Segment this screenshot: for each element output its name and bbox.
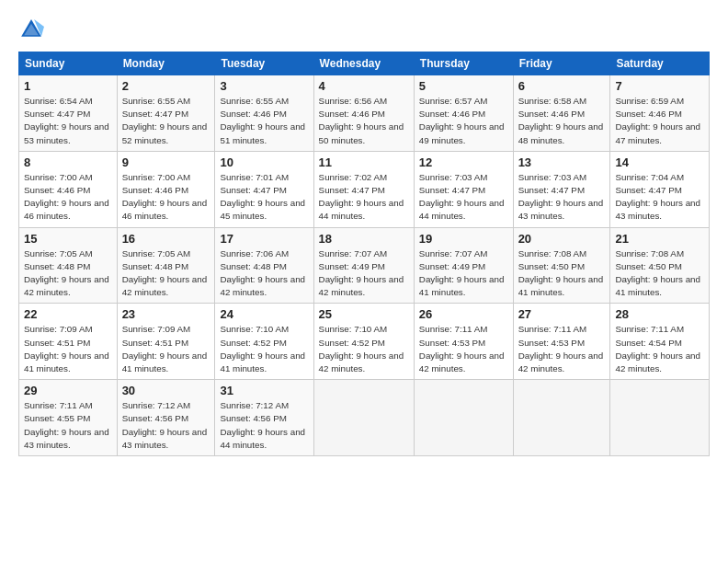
calendar-cell: 28 Sunrise: 7:11 AMSunset: 4:54 PMDaylig… <box>610 304 710 380</box>
weekday-header-row: SundayMondayTuesdayWednesdayThursdayFrid… <box>19 52 710 75</box>
day-number: 24 <box>220 307 308 321</box>
day-number: 13 <box>518 155 606 169</box>
logo-icon <box>18 17 44 42</box>
calendar-table: SundayMondayTuesdayWednesdayThursdayFrid… <box>18 52 710 456</box>
calendar-cell: 11 Sunrise: 7:02 AMSunset: 4:47 PMDaylig… <box>313 151 414 227</box>
calendar-cell: 3 Sunrise: 6:55 AMSunset: 4:46 PMDayligh… <box>215 75 313 152</box>
logo <box>18 17 48 42</box>
day-number: 14 <box>615 155 704 169</box>
day-info: Sunrise: 7:10 AMSunset: 4:52 PMDaylight:… <box>220 324 305 373</box>
day-number: 12 <box>419 155 508 169</box>
day-info: Sunrise: 6:55 AMSunset: 4:47 PMDaylight:… <box>122 96 208 145</box>
calendar-week-row: 22 Sunrise: 7:09 AMSunset: 4:51 PMDaylig… <box>19 304 710 380</box>
day-number: 15 <box>24 232 112 246</box>
calendar-cell: 31 Sunrise: 7:12 AMSunset: 4:56 PMDaylig… <box>215 380 313 456</box>
day-info: Sunrise: 7:00 AMSunset: 4:46 PMDaylight:… <box>122 172 208 222</box>
day-number: 28 <box>615 307 704 321</box>
weekday-header: Friday <box>513 52 610 75</box>
day-info: Sunrise: 7:00 AMSunset: 4:46 PMDaylight:… <box>24 172 109 222</box>
day-info: Sunrise: 7:11 AMSunset: 4:53 PMDaylight:… <box>419 324 505 373</box>
weekday-header: Thursday <box>414 52 513 75</box>
calendar-cell: 6 Sunrise: 6:58 AMSunset: 4:46 PMDayligh… <box>513 75 610 152</box>
weekday-header: Monday <box>117 52 215 75</box>
calendar-cell: 14 Sunrise: 7:04 AMSunset: 4:47 PMDaylig… <box>610 151 710 227</box>
calendar-cell: 30 Sunrise: 7:12 AMSunset: 4:56 PMDaylig… <box>117 380 215 456</box>
day-info: Sunrise: 7:05 AMSunset: 4:48 PMDaylight:… <box>24 248 109 298</box>
calendar-cell <box>313 380 414 456</box>
calendar-cell: 23 Sunrise: 7:09 AMSunset: 4:51 PMDaylig… <box>117 304 215 380</box>
calendar-cell: 24 Sunrise: 7:10 AMSunset: 4:52 PMDaylig… <box>215 304 313 380</box>
calendar-week-row: 29 Sunrise: 7:11 AMSunset: 4:55 PMDaylig… <box>19 380 710 456</box>
day-number: 26 <box>419 307 508 321</box>
calendar-cell: 9 Sunrise: 7:00 AMSunset: 4:46 PMDayligh… <box>117 151 215 227</box>
weekday-header: Wednesday <box>313 52 414 75</box>
calendar-cell <box>610 380 710 456</box>
calendar-cell: 20 Sunrise: 7:08 AMSunset: 4:50 PMDaylig… <box>513 227 610 304</box>
calendar-cell <box>513 380 610 456</box>
day-number: 20 <box>518 232 606 246</box>
calendar-cell: 25 Sunrise: 7:10 AMSunset: 4:52 PMDaylig… <box>313 304 414 380</box>
day-info: Sunrise: 7:08 AMSunset: 4:50 PMDaylight:… <box>615 248 700 298</box>
day-number: 17 <box>220 232 308 246</box>
day-number: 10 <box>220 155 308 169</box>
weekday-header: Saturday <box>610 52 710 75</box>
day-info: Sunrise: 7:02 AMSunset: 4:47 PMDaylight:… <box>319 172 404 222</box>
day-number: 4 <box>319 79 409 93</box>
calendar-cell: 22 Sunrise: 7:09 AMSunset: 4:51 PMDaylig… <box>19 304 118 380</box>
day-info: Sunrise: 7:11 AMSunset: 4:54 PMDaylight:… <box>615 324 700 373</box>
calendar-cell: 29 Sunrise: 7:11 AMSunset: 4:55 PMDaylig… <box>19 380 118 456</box>
calendar-week-row: 1 Sunrise: 6:54 AMSunset: 4:47 PMDayligh… <box>19 75 710 152</box>
day-info: Sunrise: 6:56 AMSunset: 4:46 PMDaylight:… <box>319 96 404 145</box>
day-number: 23 <box>122 307 210 321</box>
day-info: Sunrise: 7:12 AMSunset: 4:56 PMDaylight:… <box>220 400 305 450</box>
day-number: 21 <box>615 232 704 246</box>
day-info: Sunrise: 7:12 AMSunset: 4:56 PMDaylight:… <box>122 400 208 450</box>
day-info: Sunrise: 7:07 AMSunset: 4:49 PMDaylight:… <box>419 248 505 298</box>
calendar-cell: 15 Sunrise: 7:05 AMSunset: 4:48 PMDaylig… <box>19 227 118 304</box>
day-info: Sunrise: 6:54 AMSunset: 4:47 PMDaylight:… <box>24 96 109 145</box>
header <box>18 17 710 42</box>
day-info: Sunrise: 7:08 AMSunset: 4:50 PMDaylight:… <box>518 248 604 298</box>
day-info: Sunrise: 7:11 AMSunset: 4:53 PMDaylight:… <box>518 324 604 373</box>
day-number: 16 <box>122 232 210 246</box>
calendar-cell: 7 Sunrise: 6:59 AMSunset: 4:46 PMDayligh… <box>610 75 710 152</box>
day-info: Sunrise: 6:59 AMSunset: 4:46 PMDaylight:… <box>615 96 700 145</box>
day-number: 8 <box>24 155 112 169</box>
day-number: 5 <box>419 79 508 93</box>
day-info: Sunrise: 7:05 AMSunset: 4:48 PMDaylight:… <box>122 248 208 298</box>
day-number: 11 <box>319 155 409 169</box>
day-number: 30 <box>122 384 210 397</box>
day-number: 27 <box>518 307 606 321</box>
weekday-header: Sunday <box>19 52 118 75</box>
day-info: Sunrise: 6:55 AMSunset: 4:46 PMDaylight:… <box>220 96 305 145</box>
day-info: Sunrise: 7:06 AMSunset: 4:48 PMDaylight:… <box>220 248 305 298</box>
calendar-cell: 10 Sunrise: 7:01 AMSunset: 4:47 PMDaylig… <box>215 151 313 227</box>
calendar-cell: 12 Sunrise: 7:03 AMSunset: 4:47 PMDaylig… <box>414 151 513 227</box>
day-number: 2 <box>122 79 210 93</box>
calendar-cell: 8 Sunrise: 7:00 AMSunset: 4:46 PMDayligh… <box>19 151 118 227</box>
calendar-cell: 17 Sunrise: 7:06 AMSunset: 4:48 PMDaylig… <box>215 227 313 304</box>
calendar-cell: 2 Sunrise: 6:55 AMSunset: 4:47 PMDayligh… <box>117 75 215 152</box>
calendar-cell: 27 Sunrise: 7:11 AMSunset: 4:53 PMDaylig… <box>513 304 610 380</box>
calendar-cell: 16 Sunrise: 7:05 AMSunset: 4:48 PMDaylig… <box>117 227 215 304</box>
day-info: Sunrise: 7:03 AMSunset: 4:47 PMDaylight:… <box>419 172 505 222</box>
day-info: Sunrise: 7:10 AMSunset: 4:52 PMDaylight:… <box>319 324 404 373</box>
day-info: Sunrise: 7:04 AMSunset: 4:47 PMDaylight:… <box>615 172 700 222</box>
day-number: 1 <box>24 79 112 93</box>
day-number: 6 <box>518 79 606 93</box>
day-number: 31 <box>220 384 308 397</box>
day-info: Sunrise: 7:07 AMSunset: 4:49 PMDaylight:… <box>319 248 404 298</box>
day-number: 29 <box>24 384 112 397</box>
day-number: 3 <box>220 79 308 93</box>
day-info: Sunrise: 7:01 AMSunset: 4:47 PMDaylight:… <box>220 172 305 222</box>
day-info: Sunrise: 7:09 AMSunset: 4:51 PMDaylight:… <box>122 324 208 373</box>
day-number: 18 <box>319 232 409 246</box>
day-info: Sunrise: 7:11 AMSunset: 4:55 PMDaylight:… <box>24 400 109 450</box>
calendar-cell: 4 Sunrise: 6:56 AMSunset: 4:46 PMDayligh… <box>313 75 414 152</box>
calendar-cell: 26 Sunrise: 7:11 AMSunset: 4:53 PMDaylig… <box>414 304 513 380</box>
day-info: Sunrise: 6:57 AMSunset: 4:46 PMDaylight:… <box>419 96 505 145</box>
page: SundayMondayTuesdayWednesdayThursdayFrid… <box>0 0 728 563</box>
calendar-week-row: 8 Sunrise: 7:00 AMSunset: 4:46 PMDayligh… <box>19 151 710 227</box>
day-number: 25 <box>319 307 409 321</box>
calendar-week-row: 15 Sunrise: 7:05 AMSunset: 4:48 PMDaylig… <box>19 227 710 304</box>
